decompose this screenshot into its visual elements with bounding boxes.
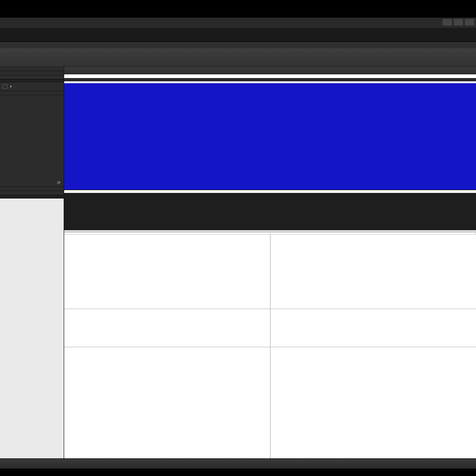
library-item[interactable] (0, 198, 64, 201)
waveform-header (64, 78, 476, 81)
sidebar-control-row (0, 82, 64, 91)
monitors-row-1[interactable] (0, 187, 64, 191)
app-body: ⟳ (0, 67, 476, 458)
app-window: ⟳ (0, 18, 476, 469)
maximize-button[interactable] (454, 19, 463, 26)
main-panel (64, 67, 476, 458)
data-grid[interactable] (64, 235, 476, 458)
close-button[interactable] (465, 19, 474, 26)
play-icon[interactable] (10, 85, 13, 88)
panel-toggle-icon[interactable] (3, 84, 7, 89)
sidebar-param-row (0, 91, 64, 95)
window-controls-bar (0, 18, 476, 28)
sidebar-text-row (0, 75, 64, 79)
title-bar (0, 28, 476, 42)
dark-strip (64, 193, 476, 230)
grid-sub-left (64, 232, 270, 234)
grid-sub-right (270, 232, 476, 234)
minimize-button[interactable] (443, 19, 452, 26)
sidebar-stats-panel (0, 67, 64, 71)
monitors-row-2[interactable] (0, 191, 64, 195)
sidebar-spacer (0, 95, 64, 179)
sidebar: ⟳ (0, 67, 64, 458)
info-tab-bar (64, 67, 476, 74)
waveform-display[interactable] (64, 83, 476, 190)
sidebar-library-panel (0, 198, 64, 458)
main-toolbar (0, 48, 476, 67)
waveform-svg (64, 83, 476, 190)
refresh-icon[interactable]: ⟳ (57, 180, 61, 185)
sidebar-button-row (0, 71, 64, 75)
status-bar (0, 458, 476, 469)
file-info-panel (64, 74, 476, 78)
menu-bar[interactable] (0, 42, 476, 48)
sidebar-monitors-section: ⟳ (0, 179, 64, 187)
